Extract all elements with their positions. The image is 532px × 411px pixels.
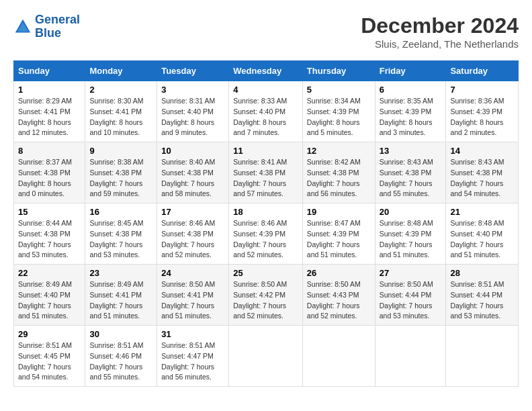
day-number: 18: [233, 207, 298, 217]
logo-icon: [13, 17, 32, 36]
calendar-cell: [302, 326, 375, 387]
column-header-tuesday: Tuesday: [157, 61, 229, 81]
day-number: 31: [161, 329, 224, 339]
calendar-cell: 8 Sunrise: 8:37 AM Sunset: 4:38 PM Dayli…: [14, 142, 85, 203]
day-info: Sunrise: 8:40 AM Sunset: 4:38 PM Dayligh…: [161, 157, 224, 199]
column-header-monday: Monday: [85, 61, 157, 81]
day-info: Sunrise: 8:29 AM Sunset: 4:41 PM Dayligh…: [18, 96, 81, 138]
calendar-cell: [229, 326, 303, 387]
calendar-cell: 7 Sunrise: 8:36 AM Sunset: 4:39 PM Dayli…: [446, 81, 519, 142]
calendar-cell: 28 Sunrise: 8:51 AM Sunset: 4:44 PM Dayl…: [446, 265, 519, 326]
location: Sluis, Zeeland, The Netherlands: [361, 38, 519, 50]
day-info: Sunrise: 8:47 AM Sunset: 4:39 PM Dayligh…: [307, 218, 371, 261]
calendar-cell: 2 Sunrise: 8:30 AM Sunset: 4:41 PM Dayli…: [85, 81, 157, 142]
calendar-cell: 30 Sunrise: 8:51 AM Sunset: 4:46 PM Dayl…: [85, 326, 157, 387]
day-number: 15: [18, 207, 81, 217]
day-info: Sunrise: 8:45 AM Sunset: 4:38 PM Dayligh…: [89, 218, 152, 261]
day-number: 19: [307, 207, 371, 217]
calendar-cell: 23 Sunrise: 8:49 AM Sunset: 4:41 PM Dayl…: [85, 265, 157, 326]
day-info: Sunrise: 8:49 AM Sunset: 4:40 PM Dayligh…: [18, 279, 81, 322]
day-number: 24: [161, 268, 224, 278]
calendar-cell: 5 Sunrise: 8:34 AM Sunset: 4:39 PM Dayli…: [302, 81, 375, 142]
day-info: Sunrise: 8:38 AM Sunset: 4:38 PM Dayligh…: [89, 157, 152, 199]
title-block: December 2024 Sluis, Zeeland, The Nether…: [361, 13, 519, 50]
logo: General Blue: [13, 13, 80, 40]
day-info: Sunrise: 8:51 AM Sunset: 4:46 PM Dayligh…: [89, 340, 152, 383]
day-number: 5: [307, 85, 371, 95]
day-number: 2: [89, 85, 152, 95]
column-header-thursday: Thursday: [302, 61, 375, 81]
calendar-cell: 1 Sunrise: 8:29 AM Sunset: 4:41 PM Dayli…: [14, 81, 85, 142]
day-number: 25: [233, 268, 298, 278]
calendar-header-row: SundayMondayTuesdayWednesdayThursdayFrid…: [14, 61, 519, 81]
calendar-cell: 14 Sunrise: 8:43 AM Sunset: 4:38 PM Dayl…: [446, 142, 519, 203]
column-header-friday: Friday: [375, 61, 446, 81]
day-number: 6: [380, 85, 442, 95]
day-number: 3: [161, 85, 224, 95]
day-number: 26: [307, 268, 371, 278]
calendar-cell: [375, 326, 446, 387]
day-info: Sunrise: 8:34 AM Sunset: 4:39 PM Dayligh…: [307, 96, 371, 138]
day-info: Sunrise: 8:50 AM Sunset: 4:44 PM Dayligh…: [380, 279, 442, 322]
day-info: Sunrise: 8:46 AM Sunset: 4:38 PM Dayligh…: [161, 218, 224, 261]
day-info: Sunrise: 8:37 AM Sunset: 4:38 PM Dayligh…: [18, 157, 81, 199]
day-info: Sunrise: 8:44 AM Sunset: 4:38 PM Dayligh…: [18, 218, 81, 261]
day-number: 12: [307, 146, 371, 156]
calendar-cell: 15 Sunrise: 8:44 AM Sunset: 4:38 PM Dayl…: [14, 203, 85, 265]
day-info: Sunrise: 8:51 AM Sunset: 4:47 PM Dayligh…: [161, 340, 224, 383]
calendar-cell: 24 Sunrise: 8:50 AM Sunset: 4:41 PM Dayl…: [157, 265, 229, 326]
day-number: 29: [18, 329, 81, 339]
day-info: Sunrise: 8:50 AM Sunset: 4:41 PM Dayligh…: [161, 279, 224, 322]
calendar-cell: 26 Sunrise: 8:50 AM Sunset: 4:43 PM Dayl…: [302, 265, 375, 326]
calendar-cell: 12 Sunrise: 8:42 AM Sunset: 4:38 PM Dayl…: [302, 142, 375, 203]
day-info: Sunrise: 8:35 AM Sunset: 4:39 PM Dayligh…: [380, 96, 442, 138]
calendar-cell: 4 Sunrise: 8:33 AM Sunset: 4:40 PM Dayli…: [229, 81, 303, 142]
calendar-cell: 16 Sunrise: 8:45 AM Sunset: 4:38 PM Dayl…: [85, 203, 157, 265]
calendar-cell: 25 Sunrise: 8:50 AM Sunset: 4:42 PM Dayl…: [229, 265, 303, 326]
day-info: Sunrise: 8:48 AM Sunset: 4:40 PM Dayligh…: [450, 218, 514, 261]
day-number: 20: [380, 207, 442, 217]
day-number: 17: [161, 207, 224, 217]
column-header-wednesday: Wednesday: [229, 61, 303, 81]
day-number: 4: [233, 85, 298, 95]
day-number: 30: [89, 329, 152, 339]
calendar-cell: 6 Sunrise: 8:35 AM Sunset: 4:39 PM Dayli…: [375, 81, 446, 142]
calendar-week-row: 8 Sunrise: 8:37 AM Sunset: 4:38 PM Dayli…: [14, 142, 519, 203]
calendar-cell: 29 Sunrise: 8:51 AM Sunset: 4:45 PM Dayl…: [14, 326, 85, 387]
day-info: Sunrise: 8:48 AM Sunset: 4:39 PM Dayligh…: [380, 218, 442, 261]
day-number: 21: [450, 207, 514, 217]
day-info: Sunrise: 8:30 AM Sunset: 4:41 PM Dayligh…: [89, 96, 152, 138]
calendar-cell: 19 Sunrise: 8:47 AM Sunset: 4:39 PM Dayl…: [302, 203, 375, 265]
month-title: December 2024: [361, 13, 519, 38]
column-header-saturday: Saturday: [446, 61, 519, 81]
day-number: 1: [18, 85, 81, 95]
day-number: 13: [380, 146, 442, 156]
calendar-cell: [446, 326, 519, 387]
calendar-cell: 9 Sunrise: 8:38 AM Sunset: 4:38 PM Dayli…: [85, 142, 157, 203]
calendar-cell: 18 Sunrise: 8:46 AM Sunset: 4:39 PM Dayl…: [229, 203, 303, 265]
day-info: Sunrise: 8:51 AM Sunset: 4:44 PM Dayligh…: [450, 279, 514, 322]
calendar-week-row: 22 Sunrise: 8:49 AM Sunset: 4:40 PM Dayl…: [14, 265, 519, 326]
calendar-cell: 17 Sunrise: 8:46 AM Sunset: 4:38 PM Dayl…: [157, 203, 229, 265]
calendar-week-row: 15 Sunrise: 8:44 AM Sunset: 4:38 PM Dayl…: [14, 203, 519, 265]
calendar-cell: 20 Sunrise: 8:48 AM Sunset: 4:39 PM Dayl…: [375, 203, 446, 265]
day-info: Sunrise: 8:50 AM Sunset: 4:42 PM Dayligh…: [233, 279, 298, 322]
day-info: Sunrise: 8:42 AM Sunset: 4:38 PM Dayligh…: [307, 157, 371, 199]
calendar-week-row: 29 Sunrise: 8:51 AM Sunset: 4:45 PM Dayl…: [14, 326, 519, 387]
day-number: 11: [233, 146, 298, 156]
column-header-sunday: Sunday: [14, 61, 85, 81]
calendar-cell: 31 Sunrise: 8:51 AM Sunset: 4:47 PM Dayl…: [157, 326, 229, 387]
day-info: Sunrise: 8:50 AM Sunset: 4:43 PM Dayligh…: [307, 279, 371, 322]
day-info: Sunrise: 8:51 AM Sunset: 4:45 PM Dayligh…: [18, 340, 81, 383]
logo-text: General Blue: [35, 13, 80, 40]
day-number: 8: [18, 146, 81, 156]
calendar-cell: 3 Sunrise: 8:31 AM Sunset: 4:40 PM Dayli…: [157, 81, 229, 142]
day-info: Sunrise: 8:46 AM Sunset: 4:39 PM Dayligh…: [233, 218, 298, 261]
calendar-cell: 13 Sunrise: 8:43 AM Sunset: 4:38 PM Dayl…: [375, 142, 446, 203]
day-number: 22: [18, 268, 81, 278]
day-number: 10: [161, 146, 224, 156]
day-number: 9: [89, 146, 152, 156]
day-number: 16: [89, 207, 152, 217]
day-number: 14: [450, 146, 514, 156]
day-number: 28: [450, 268, 514, 278]
